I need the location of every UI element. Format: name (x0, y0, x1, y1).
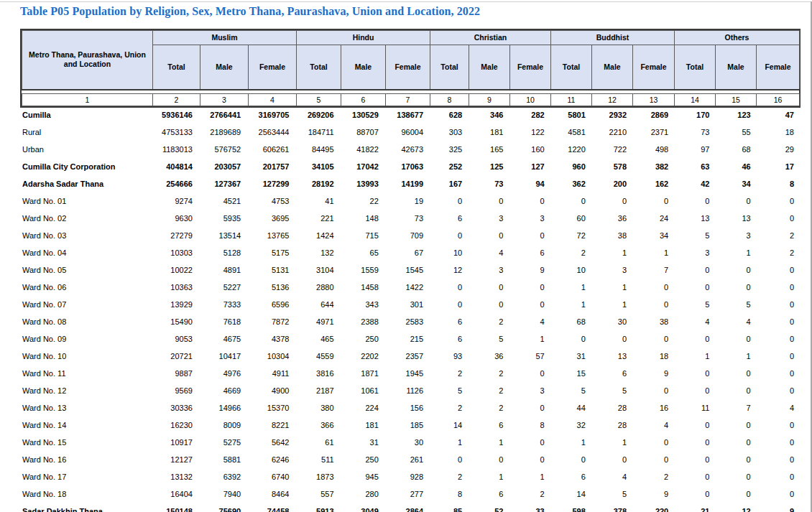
cell-value: 160 (509, 141, 550, 158)
cell-value: 4669 (199, 382, 247, 399)
cell-value: 2869 (633, 106, 675, 124)
table-row: Sadar Dakkhin Thana150148756907445859133… (20, 503, 801, 512)
cell-value: 2932 (592, 106, 633, 124)
table-row: Ward No. 0410303512851751326567104621131… (20, 244, 801, 261)
cell-value: 3169705 (247, 106, 295, 124)
cell-value: 0 (716, 382, 757, 399)
cell-value: 181 (469, 124, 509, 141)
cell-value: 3 (716, 227, 757, 244)
cell-value: 7 (716, 399, 757, 416)
cell-value: 5131 (247, 261, 295, 279)
cell-value: 2880 (295, 279, 340, 296)
cell-value: 7 (633, 261, 675, 279)
cell-value: 13929 (152, 296, 199, 313)
cell-value: 5 (551, 382, 592, 399)
cell-value: 127 (509, 158, 550, 175)
table-row: Ward No. 1295694669490021871061112652355… (20, 382, 801, 399)
cell-value: 148 (341, 210, 385, 227)
cell-value: 0 (716, 468, 757, 485)
page-title: Table P05 Population by Religion, Sex, M… (20, 5, 789, 18)
cell-value: 10304 (247, 348, 295, 365)
cell-value: 9053 (152, 330, 199, 348)
table-row: Ward No. 0510022489151313104155915451239… (20, 261, 801, 279)
cell-value: 10417 (199, 348, 247, 365)
row-label: Cumilla City Corporation (20, 158, 152, 175)
cell-value: 0 (633, 192, 675, 210)
row-label: Ward No. 04 (20, 244, 152, 261)
cell-value: 9569 (152, 382, 199, 399)
row-label: Ward No. 12 (20, 382, 152, 399)
cell-value: 362 (551, 175, 592, 192)
cell-value: 598 (551, 503, 592, 512)
column-subheader: Total (675, 45, 716, 90)
cell-value: 42 (675, 175, 716, 192)
cell-value: 42673 (385, 141, 430, 158)
column-subheader: Female (633, 45, 675, 90)
cell-value: 0 (592, 451, 633, 468)
cell-value: 250 (341, 451, 385, 468)
column-number: 11 (551, 93, 592, 106)
cell-value: 28192 (295, 175, 340, 192)
cell-value: 0 (757, 348, 801, 365)
cell-value: 4753133 (152, 124, 199, 141)
cell-value: 0 (675, 330, 716, 348)
column-number: 9 (469, 93, 510, 106)
cell-value: 606261 (247, 141, 295, 158)
cell-value: 9887 (152, 365, 199, 382)
cell-value: 201757 (247, 158, 295, 175)
cell-value: 73 (469, 175, 509, 192)
row-label: Sadar Dakkhin Thana (20, 503, 152, 512)
cell-value: 221 (295, 210, 340, 227)
table-row: Ward No. 1713132639267401873945928211642… (20, 468, 801, 485)
cell-value: 3 (509, 382, 550, 399)
cell-value: 0 (592, 330, 633, 348)
cell-value: 0 (469, 227, 509, 244)
cell-value: 0 (675, 382, 716, 399)
cell-value: 16404 (152, 485, 199, 503)
cell-value: 220 (633, 503, 675, 512)
cell-value: 150148 (152, 503, 199, 512)
cell-value: 30 (385, 434, 430, 451)
cell-value: 7618 (199, 313, 247, 330)
table-row: Cumilla City Corporation4048142030572017… (20, 158, 801, 175)
cell-value: 303 (430, 124, 469, 141)
cell-value: 715 (341, 227, 385, 244)
cell-value: 4581 (551, 124, 592, 141)
cell-value: 15370 (247, 399, 295, 416)
cell-value: 13514 (199, 227, 247, 244)
cell-value: 4521 (199, 192, 247, 210)
cell-value: 0 (509, 227, 550, 244)
cell-value: 380 (295, 399, 340, 416)
column-number: 1 (22, 93, 153, 106)
row-label: Ward No. 11 (20, 365, 152, 382)
cell-value: 1126 (385, 382, 430, 399)
cell-value: 2 (757, 244, 801, 261)
cell-value: 1 (509, 468, 550, 485)
cell-value: 0 (716, 365, 757, 382)
table-row: Ward No. 151091752755642613130110110000 (20, 434, 801, 451)
row-label: Ward No. 08 (20, 313, 152, 330)
cell-value: 31 (341, 434, 385, 451)
cell-value: 12 (716, 503, 757, 512)
cell-value: 382 (633, 158, 675, 175)
window-top-divider (0, 1, 812, 2)
table-row: Ward No. 1330336149661537038022415622044… (20, 399, 801, 416)
cell-value: 7872 (247, 313, 295, 330)
cell-value: 0 (469, 296, 509, 313)
cell-value: 127299 (247, 175, 295, 192)
cell-value: 65 (341, 244, 385, 261)
cell-value: 84495 (295, 141, 340, 158)
row-label: Ward No. 10 (20, 348, 152, 365)
cell-value: 1 (716, 244, 757, 261)
cell-value: 1871 (341, 365, 385, 382)
table-row: Ward No. 0296305935369522114873633603624… (20, 210, 801, 227)
cell-value: 68 (551, 313, 592, 330)
cell-value: 9274 (152, 192, 199, 210)
cell-value: 2189689 (199, 124, 247, 141)
cell-value: 38 (633, 313, 675, 330)
cell-value: 0 (757, 330, 801, 348)
cell-value: 261 (385, 451, 430, 468)
cell-value: 6392 (199, 468, 247, 485)
cell-value: 18 (633, 348, 675, 365)
cell-value: 27279 (152, 227, 199, 244)
